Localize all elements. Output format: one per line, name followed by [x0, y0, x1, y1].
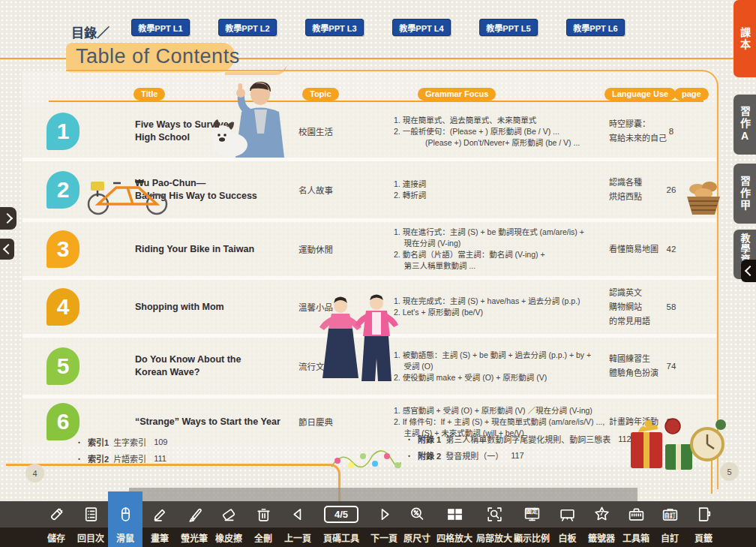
chevron-right-icon: [2, 213, 12, 224]
appendix-entry: ・ 附錄 2 發音規則（一） 117: [405, 447, 632, 464]
toolbar-button-label: 上一頁: [280, 527, 315, 547]
toolbar-button[interactable]: 局部放大: [476, 501, 513, 547]
index-page: 109: [154, 437, 167, 446]
toolbar-button[interactable]: 螢光筆: [177, 501, 212, 547]
book-tab-icon: [686, 501, 721, 527]
lesson-title: Shopping with Mom: [135, 301, 296, 314]
bullet: ・: [405, 449, 413, 461]
lesson-number-badge: 4: [46, 288, 80, 326]
toolbar-button[interactable]: 白板: [550, 501, 584, 547]
toolbar-button-label: 四格放大: [434, 527, 476, 547]
toolbar-button[interactable]: 橡皮擦: [212, 501, 246, 547]
toolbar-button[interactable]: 4/5 頁碼工具: [315, 501, 368, 547]
table-row: 5 Do You Know About the Korean Wave? 流行文…: [22, 334, 716, 395]
bullet: ・: [75, 452, 83, 464]
appendix-label: 附錄 2: [418, 449, 441, 461]
teaching-ppt-button[interactable]: 教學PPT L2: [218, 19, 277, 36]
toolbar-button-label: 橡皮擦: [212, 527, 246, 547]
star-icon: 7: [584, 501, 619, 527]
toolbar-button-label: 儲存: [39, 527, 74, 547]
lesson-grammar-focus: 1. 現在完成式：主詞 (S) + have/has + 過去分詞 (p.p.)…: [394, 296, 611, 318]
lesson-page-number: 74: [652, 362, 690, 371]
toolbar-button[interactable]: 7 籤號器: [584, 501, 619, 547]
teaching-ppt-button[interactable]: 教學PPT L4: [392, 19, 451, 36]
appendix-list-right: ・ 附錄 1 第三人稱單數動詞字尾變化規則、動詞三態表 112 ・ 附錄 2 發…: [405, 431, 632, 464]
chevron-left-icon: [3, 244, 14, 254]
custom-box-icon: 自訂: [653, 501, 686, 527]
teaching-ppt-button[interactable]: 教學PPT L1: [131, 19, 190, 36]
book-switch-tab[interactable]: 習作甲: [734, 164, 756, 224]
toolbar-button[interactable]: 頁籤: [686, 501, 721, 547]
teaching-ppt-button[interactable]: 教學PPT L5: [479, 19, 538, 36]
collapse-tab-column-button[interactable]: [741, 260, 756, 282]
teaching-ppt-button[interactable]: 教學PPT L6: [566, 19, 625, 36]
toolbar-button-label: 原尺寸: [400, 527, 434, 547]
collapse-left-panel-button[interactable]: [0, 239, 14, 260]
toolbar-button-label: 全刪: [246, 527, 280, 547]
appendix-page: 117: [511, 451, 524, 460]
toolbar-button[interactable]: 回目次: [74, 501, 108, 547]
zoom-percent-icon: [400, 501, 434, 527]
book-switch-tab[interactable]: 習作A: [734, 95, 756, 155]
index-entry: ・ 索引1 生字索引 109: [75, 434, 167, 450]
toolbar-button-label: 回目次: [74, 527, 108, 547]
toolbar-button[interactable]: 全刪: [246, 501, 280, 547]
col-header-page: page: [674, 88, 709, 101]
index-text: 生字索引: [113, 436, 146, 448]
toolbar-button[interactable]: 固定 顯示比例: [513, 501, 550, 547]
lesson-title: “Strange” Ways to Start the Year: [135, 416, 296, 428]
lesson-title: Five Ways to Survive High School: [135, 119, 296, 144]
lesson-grammar-focus: 1. 現在簡單式、過去簡單式、未來簡單式 2. 一般祈使句：(Please + …: [394, 115, 611, 149]
lesson-number-badge: 3: [46, 230, 80, 268]
lesson-number-badge: 1: [46, 113, 80, 150]
appendix-text: 第三人稱單數動詞字尾變化規則、動詞三態表: [446, 433, 610, 445]
teaching-ppt-button[interactable]: 教學PPT L3: [305, 19, 364, 36]
toolbar-button[interactable]: 下一頁: [368, 501, 400, 547]
toolbar-button-label: 滑鼠: [108, 527, 142, 547]
toolbar-button[interactable]: 四格放大: [434, 501, 476, 547]
eraser-icon: [212, 501, 246, 527]
quad-view-icon: [434, 501, 476, 527]
usb-save-icon: [39, 501, 74, 527]
lesson-title: Wu Pao-Chun— Baking His Way to Success: [135, 177, 296, 203]
toolbar-button-label: 畫筆: [142, 527, 177, 547]
expand-left-panel-button[interactable]: [0, 207, 16, 230]
toolbar-button-label: 自訂: [653, 527, 686, 547]
book-page-number-right: 5: [720, 462, 739, 481]
toolbar-button-label: 白板: [550, 527, 584, 547]
toolbar-button-label: 局部放大: [476, 527, 513, 547]
lesson-topic: 溫馨小品: [298, 301, 385, 313]
toolbar-button[interactable]: 滑鼠: [108, 501, 142, 547]
lesson-page-number: 92: [652, 417, 690, 426]
book-switch-tab[interactable]: 課本: [734, 0, 756, 77]
lesson-number-badge: 5: [46, 347, 80, 385]
page-title: Table of Contents: [76, 45, 240, 68]
toolbar-button[interactable]: 工具箱: [619, 501, 653, 547]
appendix-label: 附錄 1: [418, 433, 441, 445]
appendix-text: 發音規則（一）: [446, 449, 503, 461]
book-page-number-left: 4: [26, 464, 44, 482]
toolbar-button-label: 籤號器: [584, 527, 619, 547]
index-text: 片語索引: [113, 452, 146, 464]
toolbar-button[interactable]: 儲存: [39, 501, 74, 547]
toolbar-button[interactable]: 自訂 自訂: [653, 501, 686, 547]
lesson-page-number: 26: [652, 185, 690, 194]
toolbar-button[interactable]: 原尺寸: [400, 501, 434, 547]
hidden-panel-strip: [129, 488, 638, 502]
chevron-left-icon: [744, 266, 754, 276]
toolbar-button[interactable]: 上一頁: [280, 501, 315, 547]
next-page-icon: [368, 501, 400, 527]
index-page: 111: [154, 454, 166, 463]
table-row: 3 Riding Your Bike in Taiwan 運動休閒 1. 現在進…: [22, 218, 716, 276]
whiteboard-icon: [550, 501, 584, 527]
col-header-language-use: Language Use: [604, 88, 676, 101]
index-label: 索引2: [88, 452, 109, 464]
toolbar-button-label: 下一頁: [368, 527, 400, 547]
monitor-icon: 固定: [513, 501, 550, 527]
lesson-number-badge: 2: [46, 171, 80, 209]
lesson-topic: 流行文化: [298, 360, 385, 372]
toolbar-button-label: 螢光筆: [177, 527, 212, 547]
toolbar-button[interactable]: 畫筆: [142, 501, 177, 547]
table-header-rule: [49, 101, 704, 102]
index-entry: ・ 索引2 片語索引 111: [75, 450, 167, 467]
